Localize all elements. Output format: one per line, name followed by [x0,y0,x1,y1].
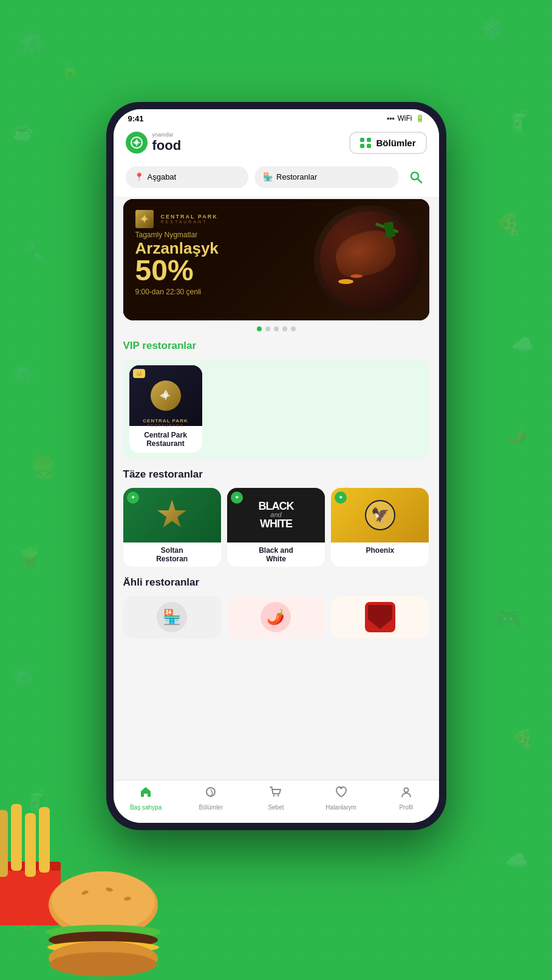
phoenix-card[interactable]: 🦅 ✦ Phoenix [331,488,429,567]
burger-decoration [36,868,170,980]
nav-favorites-label: Halanlarym [325,804,356,811]
logo-icon [126,132,148,154]
svg-point-19 [46,925,161,939]
battery-icon: 🔋 [415,114,424,123]
restaurants-button[interactable]: 🏪 Restoranlar [254,166,398,188]
signal-icon: ▪▪▪ [387,114,395,123]
taze-section: Täze restoranlar ✦ SoltanRestoran [114,466,439,574]
svg-point-22 [49,941,158,975]
nav-cart[interactable]: Sebet [257,785,294,811]
dot-3[interactable] [274,326,279,331]
phone-screen: 9:41 ▪▪▪ WiFi 🔋 ynamdar food [114,109,439,823]
dot-5[interactable] [291,326,296,331]
nav-home-label: Baş sahypa [130,804,162,811]
vip-section: VIP restoranlar CENTRA [114,337,439,466]
banner-restaurant-name: CENTRAL PARK [161,214,218,220]
nav-categories[interactable]: Bölümler [193,785,229,811]
svg-point-21 [47,941,159,953]
svg-point-18 [124,896,132,901]
wifi-icon: WiFi [398,114,412,123]
svg-point-23 [50,952,157,976]
banner-subtitle: Tagamly Nygmatlar [135,231,417,239]
black-white-card[interactable]: BLACK and WHITE ✦ Black andWhite [227,488,325,567]
dot-2[interactable] [265,326,270,331]
phoenix-badge: ✦ [335,492,347,504]
ahli-card-2[interactable]: 🌶️ [227,596,325,638]
svg-point-14 [49,871,158,938]
dot-4[interactable] [282,326,287,331]
nav-categories-label: Bölümler [199,804,223,811]
favorites-icon [335,785,348,802]
app-logo: ynamdar food [126,132,182,154]
logo-small-text: ynamdar [152,132,182,138]
banner-promo-label: Arzanlaşyk [135,240,417,256]
phone-frame: 9:41 ▪▪▪ WiFi 🔋 ynamdar food [106,102,446,830]
banner-restaurant-type: RESTAURANT [161,220,218,224]
fries-decoration [0,792,85,944]
status-time: 9:41 [128,114,144,123]
svg-rect-7 [0,865,61,925]
restaurant-icon: 🏪 [263,172,273,181]
nav-profile-label: Profil [399,804,413,811]
nav-home[interactable]: Baş sahypa [128,785,164,811]
grid-icon [360,138,371,148]
bolumler-label: Bölümler [376,138,415,148]
vip-card-name: Central ParkRestaurant [129,426,202,453]
banner-time: 9:00-dan 22:30 çenli [135,288,417,296]
search-bar: 📍 Aşgabat 🏪 Restoranlar [114,161,439,197]
svg-rect-12 [39,807,50,873]
soltan-image: ✦ [123,488,221,542]
svg-rect-9 [0,810,8,877]
svg-rect-10 [11,804,22,871]
phoenix-image: 🦅 ✦ [331,488,429,542]
location-label: Aşgabat [148,172,177,181]
banner-percent: 50% [135,256,417,285]
ahli-section: Ähli restoranlar 🏪 🌶️ [114,574,439,646]
bw-image: BLACK and WHITE ✦ [227,488,325,542]
phoenix-name: Phoenix [331,542,429,558]
logo-main-text: food [152,138,182,154]
app-header: ynamdar food Bölümler [114,126,439,161]
vip-card-image: CENTRAL PARK RESTAURANT 👑 [129,365,202,426]
ahli-section-title: Ähli restoranlar [123,576,429,589]
banner-content: CENTRAL PARK RESTAURANT Tagamly Nygmatla… [123,199,429,307]
svg-rect-11 [25,813,36,877]
svg-point-3 [206,788,215,796]
svg-line-2 [418,179,421,183]
banner-dots [114,320,439,337]
banner-logo: CENTRAL PARK RESTAURANT [135,210,417,228]
home-icon [139,785,152,802]
nav-cart-label: Sebet [268,804,284,811]
ahli-restaurants-row: 🏪 🌶️ [123,596,429,638]
status-bar: 9:41 ▪▪▪ WiFi 🔋 [114,109,439,126]
ahli-card-1[interactable]: 🏪 [123,596,221,638]
svg-point-6 [404,788,408,792]
bw-badge: ✦ [231,492,243,504]
scroll-content[interactable]: CENTRAL PARK RESTAURANT Tagamly Nygmatla… [114,197,439,780]
profile-icon [400,785,413,802]
location-button[interactable]: 📍 Aşgabat [126,166,249,188]
location-icon: 📍 [134,172,144,181]
vip-section-title: VIP restoranlar [123,340,429,352]
status-icons: ▪▪▪ WiFi 🔋 [387,114,424,123]
svg-point-16 [81,890,89,896]
bw-name: Black andWhite [227,542,325,567]
cart-icon [269,785,282,802]
svg-point-20 [49,931,158,948]
taze-restaurants-row: ✦ SoltanRestoran BLACK and WHITE ✦ [123,488,429,567]
nav-favorites[interactable]: Halanlarym [323,785,359,811]
dot-1[interactable] [257,326,262,331]
soltan-badge: ✦ [127,492,139,504]
svg-point-4 [273,794,275,796]
bolumler-button[interactable]: Bölümler [349,132,426,154]
svg-rect-13 [0,810,8,877]
nav-profile[interactable]: Profil [388,785,424,811]
ahli-card-3[interactable] [331,596,429,638]
logo-text: ynamdar food [152,132,182,154]
svg-rect-8 [0,862,61,871]
svg-point-15 [52,871,155,932]
search-button[interactable] [405,166,427,188]
vip-restaurant-card[interactable]: CENTRAL PARK RESTAURANT 👑 Central ParkRe… [129,365,202,453]
promo-banner[interactable]: CENTRAL PARK RESTAURANT Tagamly Nygmatla… [123,199,429,320]
soltan-card[interactable]: ✦ SoltanRestoran [123,488,221,567]
